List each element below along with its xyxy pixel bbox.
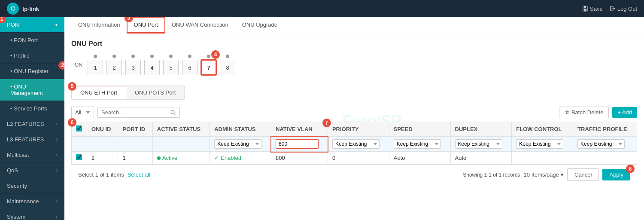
add-button[interactable]: + Add [612, 107, 637, 118]
port-2[interactable]: 2 [106, 55, 122, 75]
batch-delete-button[interactable]: Batch Delete [559, 107, 609, 118]
sidebar-pon-port-label: • PON Port [10, 37, 38, 43]
port-6[interactable]: 6 [182, 55, 197, 75]
toolbar-left: All [71, 107, 180, 118]
page-content: ForoISP ONU Port PON 1 2 3 [64, 33, 644, 220]
sidebar-item-onu-register[interactable]: • ONU Register 2 [0, 64, 64, 79]
data-table: ONU ID PORT ID ACTIVE STATUS ADMIN STATU… [71, 122, 637, 165]
sidebar-item-onu-management[interactable]: • ONU Management [0, 79, 64, 101]
flow-control-select[interactable]: Keep Existing [516, 139, 563, 149]
badge-6: 6 [68, 118, 76, 127]
table-header-row: ONU ID PORT ID ACTIVE STATUS ADMIN STATU… [72, 122, 637, 137]
edit-native-vlan-cell [271, 137, 328, 152]
tab-eth-port[interactable]: ONU ETH Port [72, 86, 126, 99]
search-input[interactable] [101, 109, 170, 116]
multicast-chevron-icon: › [56, 153, 58, 157]
sidebar-item-system[interactable]: System › [0, 209, 64, 220]
badge-1: 1 [0, 17, 6, 23]
port-7-num[interactable]: 7 [201, 60, 216, 75]
row-native-vlan-cell: 800 [271, 152, 328, 165]
search-icon [170, 110, 176, 116]
save-icon [582, 6, 588, 12]
tab-onu-wan[interactable]: ONU WAN Connection [165, 17, 235, 33]
filter-dropdown[interactable]: All [71, 107, 94, 118]
bottom-bar: Select 1 of 1 items Select all Showing 1… [71, 165, 637, 184]
select-all-checkbox[interactable] [76, 125, 82, 131]
th-priority: PRIORITY [328, 122, 389, 137]
sidebar-item-multicast[interactable]: Multicast › [0, 147, 64, 163]
tab-onu-info[interactable]: ONU Information [71, 17, 127, 33]
sidebar-item-service-ports[interactable]: • Service Ports [0, 101, 64, 116]
th-traffic-profile: TRAFFIC PROFILE [573, 122, 637, 137]
logout-button[interactable]: Log Out [610, 6, 637, 12]
port-4[interactable]: 4 [144, 55, 160, 75]
th-active-status: ACTIVE STATUS [152, 122, 210, 137]
native-vlan-input[interactable] [276, 139, 319, 149]
port-4-num[interactable]: 4 [144, 60, 160, 75]
row-priority-cell: 0 [328, 152, 389, 165]
apply-button[interactable]: Apply 8 [602, 169, 630, 180]
table-row: 2 1 Active [72, 152, 637, 165]
items-chevron-icon: ▾ [561, 171, 564, 178]
sidebar-item-maintenance[interactable]: Maintenance › [0, 194, 64, 209]
cancel-button[interactable]: Cancel [567, 168, 599, 181]
speed-select[interactable]: Keep Existing [394, 139, 441, 149]
port-1-num[interactable]: 1 [88, 60, 103, 75]
badge-8: 8 [626, 165, 635, 173]
edit-admin-status-cell: Keep Existing [210, 137, 271, 152]
admin-status-select[interactable]: Keep Existing [214, 139, 261, 149]
content-area: ONU Information ONU Port 3 ONU WAN Conne… [64, 17, 644, 220]
port-5[interactable]: 5 [163, 55, 179, 75]
pon-ports: PON 1 2 3 4 5 [71, 55, 637, 75]
pon-label: PON [71, 62, 82, 68]
toolbar-right: Batch Delete + Add [559, 107, 637, 118]
port-8-dot [226, 55, 229, 58]
traffic-profile-select[interactable]: Keep Existing [577, 139, 625, 149]
port-8[interactable]: 8 [220, 55, 235, 75]
edit-traffic-profile-cell: Keep Existing [573, 137, 637, 152]
sidebar-item-pon-port[interactable]: • PON Port [0, 33, 64, 48]
sidebar-l2-label: L2 FEATURES [7, 121, 44, 127]
l2-chevron-icon: › [56, 122, 58, 126]
tab-pots-port[interactable]: ONU POTS Port [126, 86, 184, 99]
sidebar: PON ▾ 1 • PON Port • Profile • ONU Regis… [0, 17, 64, 220]
port-2-num[interactable]: 2 [106, 60, 122, 75]
port-7[interactable]: 7 4 [201, 55, 216, 75]
port-5-num[interactable]: 5 [163, 60, 179, 75]
maintenance-chevron-icon: › [56, 199, 58, 204]
sidebar-onu-register-label: • ONU Register [10, 68, 49, 74]
sidebar-item-l2[interactable]: L2 FEATURES › [0, 116, 64, 132]
delete-icon [565, 110, 570, 115]
select-all-link[interactable]: Select all [128, 171, 150, 178]
top-tabs: ONU Information ONU Port 3 ONU WAN Conne… [64, 17, 644, 33]
port-7-dot [207, 55, 210, 58]
sidebar-item-security[interactable]: Security [0, 178, 64, 194]
port-3[interactable]: 3 [125, 55, 141, 75]
status-dot-icon [157, 156, 161, 160]
table-edit-row: Keep Existing Keep Existing [72, 137, 637, 152]
checkmark-icon: ✓ [214, 155, 219, 161]
port-6-num[interactable]: 6 [182, 60, 197, 75]
port-8-num[interactable]: 8 [220, 60, 235, 75]
main-layout: PON ▾ 1 • PON Port • Profile • ONU Regis… [0, 17, 644, 220]
tab-onu-upgrade[interactable]: ONU Upgrade [235, 17, 284, 33]
priority-select[interactable]: Keep Existing [332, 139, 380, 149]
edit-onu-id-cell [87, 137, 118, 152]
svg-point-3 [171, 110, 174, 114]
row-checkbox[interactable] [76, 154, 82, 160]
edit-checkbox-cell [72, 137, 87, 152]
table-wrapper: 6 ONU ID PORT ID [71, 122, 637, 165]
sidebar-item-l3[interactable]: L3 FEATURES › [0, 132, 64, 147]
header-actions: Save Log Out [582, 6, 637, 12]
port-3-num[interactable]: 3 [125, 60, 141, 75]
sidebar-item-qos[interactable]: QoS › [0, 163, 64, 178]
edit-priority-cell: Keep Existing [328, 137, 389, 152]
save-button[interactable]: Save [582, 6, 603, 12]
tab-onu-port[interactable]: ONU Port 3 [127, 17, 165, 33]
port-2-dot [112, 55, 116, 58]
port-4-dot [150, 55, 154, 58]
port-1[interactable]: 1 [88, 55, 103, 75]
duplex-select[interactable]: Keep Existing [455, 139, 502, 149]
sidebar-item-pon[interactable]: PON ▾ 1 [0, 17, 64, 33]
sidebar-item-profile[interactable]: • Profile [0, 48, 64, 64]
